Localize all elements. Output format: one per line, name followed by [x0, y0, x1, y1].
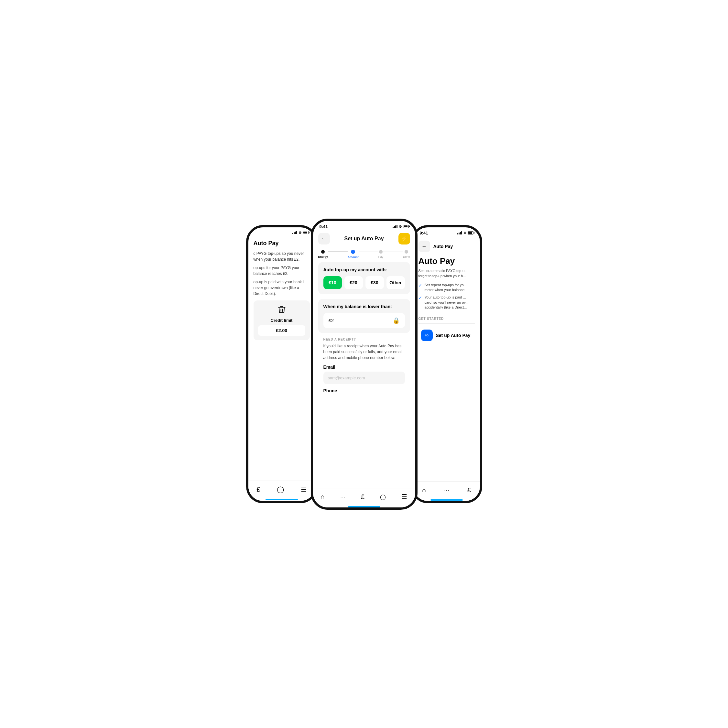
- step-label-energy: Energy: [318, 255, 328, 258]
- balance-value: £2: [329, 318, 334, 323]
- setup-auto-pay-button[interactable]: ∞ Set up Auto Pay: [419, 327, 475, 344]
- right-main-title: Auto Pay: [419, 256, 475, 266]
- nav-indicator: [266, 499, 298, 500]
- amount-card: Auto top-up my account with: £10 £20 £30…: [318, 262, 410, 294]
- receipt-section: NEED A RECEIPT? If you'd like a receipt …: [318, 338, 410, 393]
- step-dot-amount: [351, 250, 355, 254]
- step-dot-pay: [379, 250, 382, 254]
- email-input[interactable]: sam@example.com: [323, 372, 405, 384]
- right-wifi-icon: ⊜: [463, 231, 466, 235]
- right-status-bar: 9:41 ⊜: [413, 227, 480, 237]
- step-line-3: [383, 252, 403, 252]
- right-header: ← Auto Pay: [419, 241, 475, 252]
- credit-limit-label: Credit limit: [271, 318, 293, 323]
- right-nav-home[interactable]: ⌂: [422, 486, 426, 494]
- wifi-icon: ⊜: [298, 231, 301, 235]
- email-placeholder: sam@example.com: [328, 375, 365, 380]
- step-pay: Pay: [378, 250, 384, 258]
- right-bottom-nav: ⌂ ⋯ £: [413, 481, 480, 501]
- center-nav-home[interactable]: ⌂: [321, 493, 325, 501]
- get-started-label: GET STARTED: [419, 317, 475, 321]
- left-body1: c PAYG top-ups so you never when your ba…: [254, 251, 310, 262]
- step-amount: Amount: [348, 250, 359, 259]
- center-nav-help[interactable]: ◯: [380, 494, 386, 500]
- email-label: Email: [323, 364, 405, 370]
- center-wifi-icon: ⊜: [399, 225, 402, 229]
- center-signal-icon: [393, 225, 398, 228]
- step-dot-energy: [321, 250, 325, 254]
- receipt-label: NEED A RECEIPT?: [323, 338, 405, 341]
- receipt-body: If you'd like a receipt when your Auto P…: [323, 343, 405, 361]
- center-nav-menu[interactable]: ☰: [401, 493, 407, 501]
- right-body: ← Auto Pay Auto Pay Set up automatic PAY…: [413, 237, 480, 501]
- nav-pound[interactable]: £: [257, 486, 260, 493]
- left-body: Auto Pay c PAYG top-ups so you never whe…: [248, 236, 315, 500]
- center-header-title: Set up Auto Pay: [344, 236, 384, 242]
- scene: ⊜ Auto Pay c PAYG top-ups so you never w…: [193, 193, 535, 535]
- step-label-pay: Pay: [378, 255, 384, 258]
- right-status-icons: ⊜: [457, 231, 474, 235]
- phone-label: Phone: [323, 388, 405, 393]
- balance-card-title: When my balance is lower than:: [323, 304, 405, 309]
- stepper: Energy Amount Pay Done: [313, 247, 415, 259]
- amount-10-button[interactable]: £10: [323, 276, 342, 289]
- check-icon-2: ✓: [419, 295, 422, 300]
- right-nav-pound[interactable]: £: [467, 486, 471, 494]
- amount-card-title: Auto top-up my account with:: [323, 267, 405, 272]
- center-bottom-nav: ⌂ ⋯ £ ◯ ☰: [313, 488, 415, 508]
- center-status-bar: 9:41 ⊜: [313, 221, 415, 230]
- back-arrow-icon: ←: [321, 236, 327, 242]
- center-nav-indicator: [348, 506, 380, 508]
- balance-input-row: £2 🔒: [323, 313, 405, 328]
- amount-other-button[interactable]: Other: [387, 276, 405, 289]
- signal-icon: [292, 231, 297, 234]
- setup-btn-label: Set up Auto Pay: [436, 333, 471, 338]
- check-item-2: ✓ Your auto top-up is paid ... card, so …: [419, 295, 475, 310]
- step-done: Done: [403, 250, 410, 258]
- left-body3: op-up is paid with your bank ll never go…: [254, 279, 310, 297]
- lightning-button[interactable]: ⚡: [398, 233, 410, 245]
- trash-icon[interactable]: [277, 305, 286, 315]
- left-title: Auto Pay: [254, 240, 310, 247]
- right-signal-icon: [457, 231, 462, 234]
- left-body2: op-ups for your PAYG your balance reache…: [254, 265, 310, 277]
- step-label-amount: Amount: [348, 255, 359, 259]
- amount-options: £10 £20 £30 Other: [323, 276, 405, 289]
- right-back-button[interactable]: ←: [419, 241, 430, 252]
- step-dot-done: [405, 250, 408, 254]
- center-body: Auto top-up my account with: £10 £20 £30…: [313, 259, 415, 401]
- amount-30-button[interactable]: £30: [366, 276, 384, 289]
- left-phone-content: Auto Pay c PAYG top-ups so you never whe…: [248, 236, 315, 500]
- credit-limit-value: £2.00: [258, 325, 305, 336]
- left-status-bar: ⊜: [248, 227, 315, 236]
- right-back-arrow-icon: ←: [422, 243, 427, 249]
- center-phone: 9:41 ⊜ ← Set up Auto Pay ⚡ Energy: [311, 219, 418, 510]
- check-icon-1: ✓: [419, 283, 422, 288]
- center-nav-pound[interactable]: £: [361, 493, 364, 501]
- center-time: 9:41: [320, 224, 328, 229]
- right-phone: 9:41 ⊜ ← Auto Pay Auto Pay Set up automa…: [411, 225, 482, 503]
- center-battery-icon: [403, 225, 409, 228]
- right-battery-icon: [468, 231, 474, 234]
- nav-menu[interactable]: ☰: [301, 485, 307, 493]
- nav-help[interactable]: ◯: [277, 485, 284, 493]
- left-status-icons: ⊜: [292, 231, 309, 235]
- center-status-icons: ⊜: [393, 225, 409, 229]
- check-item-1: ✓ Set repeat top-ups for yo... meter whe…: [419, 283, 475, 293]
- credit-limit-card: Credit limit £2.00: [254, 300, 310, 340]
- right-nav-usage[interactable]: ⋯: [444, 487, 449, 493]
- check-text-1: Set repeat top-ups for yo... meter when …: [425, 283, 475, 293]
- right-header-title: Auto Pay: [433, 244, 453, 249]
- right-nav-indicator: [430, 499, 463, 501]
- center-back-button[interactable]: ←: [318, 233, 330, 245]
- left-bottom-nav: £ ◯ ☰: [248, 480, 315, 500]
- step-line-1: [328, 252, 348, 252]
- battery-icon: [303, 231, 309, 234]
- center-nav-usage[interactable]: ⋯: [340, 494, 346, 500]
- center-header: ← Set up Auto Pay ⚡: [313, 230, 415, 247]
- step-energy: Energy: [318, 250, 328, 258]
- check-text-2: Your auto top-up is paid ... card, so yo…: [425, 295, 475, 310]
- amount-20-button[interactable]: £20: [344, 276, 363, 289]
- setup-infinity-icon: ∞: [421, 330, 433, 341]
- right-phone-content: ← Auto Pay Auto Pay Set up automatic PAY…: [413, 237, 480, 501]
